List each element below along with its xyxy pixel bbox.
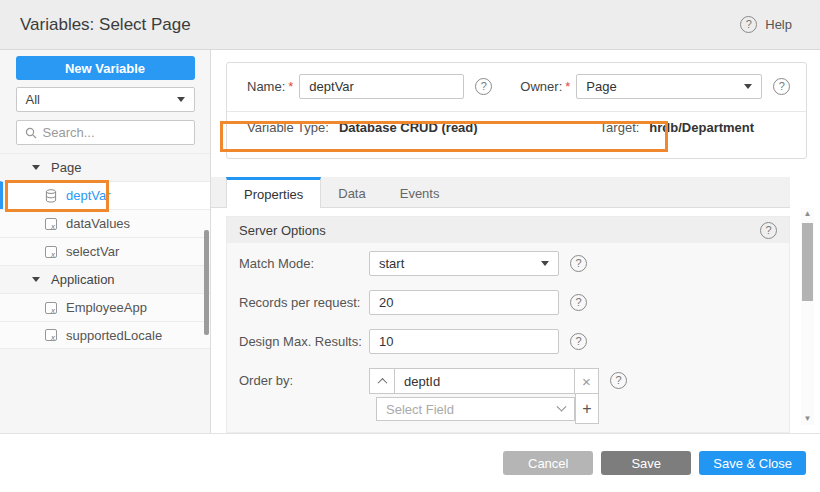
name-label: Name: <box>247 79 285 94</box>
tab-properties[interactable]: Properties <box>226 177 321 208</box>
order-by-help-icon[interactable]: ? <box>610 372 627 389</box>
variable-icon <box>45 246 57 258</box>
new-variable-button[interactable]: New Variable <box>16 56 195 80</box>
page-title: Variables: Select Page <box>20 15 191 35</box>
owner-label: Owner: <box>520 79 562 94</box>
variable-filter-dropdown[interactable]: All <box>16 87 195 112</box>
dialog-header: Variables: Select Page ? Help <box>0 0 820 50</box>
chevron-down-icon <box>557 401 567 411</box>
target-label: Target: <box>600 120 640 135</box>
scrollbar-thumb[interactable] <box>802 223 813 301</box>
server-options-section: Server Options ? Match Mode: start ? <box>226 216 790 433</box>
tab-events[interactable]: Events <box>383 177 457 207</box>
chevron-down-icon <box>541 261 549 266</box>
tab-data[interactable]: Data <box>321 177 382 207</box>
tree-item-datavalues[interactable]: dataValues <box>0 209 210 237</box>
design-max-results-input[interactable] <box>369 329 559 354</box>
database-icon <box>45 189 57 203</box>
sidebar-scrollbar-thumb[interactable] <box>204 230 209 335</box>
variable-type-value: Database CRUD (read) <box>339 120 478 135</box>
editor-tabs: Properties Data Events <box>211 177 790 208</box>
search-input[interactable] <box>43 125 173 140</box>
main-scrollbar[interactable]: ▲ ▼ <box>801 208 814 425</box>
tree-item-employeeapp[interactable]: EmployeeApp <box>0 293 210 321</box>
required-marker: * <box>288 79 293 94</box>
owner-help-icon[interactable]: ? <box>773 78 790 95</box>
match-mode-help-icon[interactable]: ? <box>570 255 587 272</box>
chevron-down-icon <box>177 97 185 102</box>
help-link[interactable]: ? Help <box>740 16 792 33</box>
tree-item-label: EmployeeApp <box>66 300 147 315</box>
collapse-triangle-icon <box>32 277 40 282</box>
variable-filter-value: All <box>26 92 40 107</box>
tree-group-label: Application <box>51 272 115 287</box>
owner-dropdown[interactable]: Page <box>576 74 762 99</box>
save-and-close-button[interactable]: Save & Close <box>699 451 806 475</box>
records-help-icon[interactable]: ? <box>570 294 587 311</box>
select-field-placeholder: Select Field <box>386 402 454 417</box>
match-mode-value: start <box>379 256 404 271</box>
help-label: Help <box>765 17 792 32</box>
variable-type-label: Variable Type: <box>247 120 329 135</box>
variable-editor: Name: * ? Owner: * Page ? Variable Type:… <box>211 50 820 433</box>
tree-item-selectvar[interactable]: selectVar <box>0 237 210 265</box>
tree-group-label: Page <box>51 160 81 175</box>
tree-item-label: selectVar <box>66 244 119 259</box>
chevron-down-icon <box>744 84 752 89</box>
scroll-up-arrow-icon[interactable]: ▲ <box>804 208 812 220</box>
collapse-triangle-icon <box>32 165 40 170</box>
tree-item-label: supportedLocale <box>66 328 162 343</box>
records-per-request-label: Records per request: <box>239 295 369 310</box>
records-per-request-input[interactable] <box>369 290 559 315</box>
tree-item-supportedlocale[interactable]: supportedLocale <box>0 321 210 349</box>
tree-group-application[interactable]: Application <box>0 265 210 293</box>
variables-dialog: Variables: Select Page ? Help New Variab… <box>0 0 820 492</box>
order-by-field[interactable]: deptId <box>395 368 575 394</box>
variables-sidebar: New Variable All Page deptVar <box>0 50 211 433</box>
scroll-down-arrow-icon[interactable]: ▼ <box>804 413 812 425</box>
select-field-dropdown[interactable]: Select Field <box>376 397 575 421</box>
server-options-title: Server Options <box>239 223 326 238</box>
variable-icon <box>45 218 57 230</box>
save-button[interactable]: Save <box>601 451 691 475</box>
design-max-results-label: Design Max. Results: <box>239 334 369 349</box>
variable-summary-panel: Name: * ? Owner: * Page ? Variable Type:… <box>226 62 807 159</box>
tree-group-page[interactable]: Page <box>0 153 210 181</box>
sort-direction-toggle[interactable] <box>369 368 395 394</box>
variable-icon <box>45 329 57 341</box>
name-input[interactable] <box>299 74 464 99</box>
chevron-up-icon <box>377 377 387 387</box>
order-by-label: Order by: <box>239 368 369 388</box>
match-mode-dropdown[interactable]: start <box>369 251 559 276</box>
design-max-help-icon[interactable]: ? <box>570 333 587 350</box>
server-options-help-icon[interactable]: ? <box>760 222 777 239</box>
tree-item-label: deptVar <box>66 188 111 203</box>
owner-value: Page <box>586 79 616 94</box>
target-value: hrdb/Department <box>649 120 754 135</box>
variable-search-box <box>16 120 195 145</box>
order-by-widget: deptId × Select Field + <box>369 368 599 424</box>
required-marker: * <box>565 79 570 94</box>
search-icon <box>25 127 37 139</box>
variable-tree: Page deptVar dataValues selectVar <box>0 153 210 349</box>
add-order-field-button[interactable]: + <box>575 394 599 424</box>
name-help-icon[interactable]: ? <box>475 78 492 95</box>
dialog-footer: Cancel Save Save & Close <box>0 433 820 492</box>
match-mode-label: Match Mode: <box>239 256 369 271</box>
properties-scroll-area: Server Options ? Match Mode: start ? <box>226 216 790 433</box>
variable-icon <box>45 302 57 314</box>
help-icon: ? <box>740 16 757 33</box>
cancel-button[interactable]: Cancel <box>503 451 593 475</box>
remove-order-field-button[interactable]: × <box>575 368 599 394</box>
tree-item-label: dataValues <box>66 216 130 231</box>
tree-item-deptvar[interactable]: deptVar <box>0 181 210 209</box>
